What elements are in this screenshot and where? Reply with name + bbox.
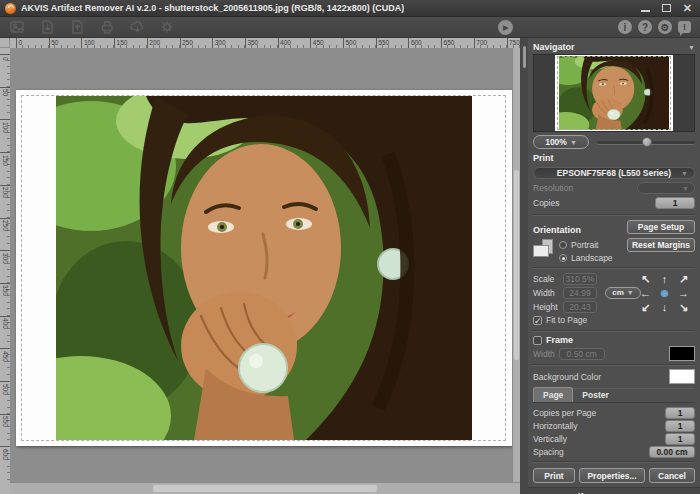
- chevron-down-icon: ▼: [627, 289, 634, 296]
- page-setting-row: Copies per Page 1: [533, 406, 695, 419]
- ruler-label: 750: [507, 38, 520, 48]
- panel-splitter[interactable]: [520, 38, 528, 494]
- landscape-radio[interactable]: Landscape: [559, 253, 613, 263]
- cancel-button[interactable]: Cancel: [649, 468, 695, 483]
- run-icon[interactable]: ▶: [498, 20, 513, 35]
- ruler-label: 700: [474, 38, 487, 48]
- frame-width-row: Width 0.50 cm: [533, 346, 695, 361]
- zoom-level-dropdown[interactable]: 100% ▼: [533, 135, 589, 149]
- vertical-scrollbar[interactable]: [512, 48, 520, 482]
- horizontal-scrollbar[interactable]: [10, 482, 520, 494]
- background-color-swatch[interactable]: [669, 369, 695, 384]
- frame-label: Frame: [546, 335, 573, 345]
- scale-input[interactable]: 310.5%: [563, 273, 597, 285]
- settings-panel: Navigator ▼ 100% ▼ Print EPSONF75F68 (: [528, 38, 700, 494]
- navigator-menu-icon[interactable]: ▼: [688, 44, 695, 51]
- properties-button[interactable]: Properties...: [579, 468, 645, 483]
- save-icon[interactable]: [39, 19, 55, 35]
- maximize-icon[interactable]: [662, 4, 671, 12]
- page-setting-input[interactable]: 0.00 cm: [649, 446, 695, 458]
- ruler-label: 500: [343, 38, 356, 48]
- close-icon[interactable]: ✕: [683, 3, 692, 13]
- portrait-radio[interactable]: Portrait: [559, 240, 613, 250]
- height-input[interactable]: 20.43: [563, 301, 597, 313]
- position-arrow-button[interactable]: ↑: [655, 272, 674, 286]
- resolution-select[interactable]: ▼: [637, 182, 695, 194]
- reset-margins-button[interactable]: Reset Margins: [627, 238, 695, 252]
- position-arrow-button[interactable]: →: [674, 286, 693, 300]
- width-input[interactable]: 24.99: [563, 287, 597, 299]
- minimize-icon[interactable]: [641, 10, 650, 12]
- zoom-slider-handle[interactable]: [642, 137, 652, 147]
- zoom-value: 100%: [545, 137, 567, 147]
- zoom-slider[interactable]: [597, 135, 695, 149]
- ruler-label: 150: [0, 152, 10, 165]
- chevron-down-icon: ▼: [570, 139, 577, 146]
- fit-to-page-label: Fit to Page: [546, 315, 587, 325]
- open-image-icon[interactable]: [9, 19, 25, 35]
- position-arrow-button[interactable]: ←: [636, 286, 655, 300]
- copies-row: Copies 1: [533, 197, 695, 209]
- divider: [533, 267, 695, 269]
- page-setting-row: Vertically 1: [533, 432, 695, 445]
- ruler-label: 100: [81, 38, 94, 48]
- ruler-label: 400: [278, 38, 291, 48]
- tab-page[interactable]: Page: [533, 387, 573, 402]
- window-controls: ✕: [641, 3, 695, 13]
- page-setting-input[interactable]: 1: [665, 407, 695, 419]
- frame-checkbox[interactable]: [533, 336, 542, 345]
- vertical-ruler: 050100150200250300350400450500550600: [0, 48, 10, 482]
- frame-width-input[interactable]: 0.50 cm: [559, 348, 605, 360]
- frame-color-swatch[interactable]: [669, 346, 695, 361]
- navigator-header: Navigator ▼: [533, 42, 695, 52]
- navigator-margin-guides: [557, 56, 671, 130]
- tab-poster[interactable]: Poster: [573, 388, 617, 402]
- chevron-down-icon: ▼: [681, 170, 688, 177]
- divider: [533, 364, 695, 366]
- navigator-title: Navigator: [533, 42, 575, 52]
- help-icon[interactable]: ?: [638, 20, 652, 34]
- ruler-label: 550: [376, 38, 389, 48]
- background-color-row: Background Color: [533, 369, 695, 384]
- printer-select[interactable]: EPSONF75F68 (L550 Series) ▼: [533, 167, 695, 179]
- position-arrow-button[interactable]: ↓: [655, 300, 674, 314]
- navigator-thumbnail[interactable]: [555, 55, 673, 131]
- position-arrow-button[interactable]: ↗: [674, 272, 693, 286]
- window-title: AKVIS Artifact Remover AI v.2.0 - shutte…: [21, 3, 404, 13]
- position-arrow-button[interactable]: ↖: [636, 272, 655, 286]
- export-icon[interactable]: [69, 19, 85, 35]
- feedback-icon[interactable]: !: [678, 21, 691, 33]
- ruler-label: 50: [0, 87, 10, 97]
- frame-width-label: Width: [533, 349, 555, 359]
- page-setting-input[interactable]: 1: [665, 433, 695, 445]
- page-setting-row: Spacing 0.00 cm: [533, 445, 695, 458]
- copies-input[interactable]: 1: [655, 197, 695, 209]
- page-setting-input[interactable]: 1: [665, 420, 695, 432]
- print-button[interactable]: Print: [533, 468, 575, 483]
- page-setup-button[interactable]: Page Setup: [627, 220, 695, 234]
- ruler-label: 600: [0, 446, 10, 459]
- landscape-label: Landscape: [571, 253, 613, 263]
- ruler-label: 150: [114, 38, 127, 48]
- check-icon: ✓: [534, 316, 542, 326]
- fit-to-page-checkbox[interactable]: ✓: [533, 316, 542, 325]
- cloud-download-icon[interactable]: [129, 19, 145, 35]
- ruler-corner: [0, 38, 10, 48]
- orientation-section: Orientation Portrait Landscape: [533, 219, 695, 263]
- photo-preview: [56, 96, 472, 440]
- batch-processing-icon[interactable]: [159, 19, 175, 35]
- print-icon[interactable]: [99, 19, 115, 35]
- preferences-gear-icon[interactable]: ⚙: [658, 20, 672, 34]
- orientation-icon: [533, 239, 555, 259]
- position-arrow-button[interactable]: ↙: [636, 300, 655, 314]
- horizontal-ruler: 0501001502002503003504004505005506006507…: [10, 38, 520, 48]
- ruler-label: 650: [441, 38, 454, 48]
- ruler-label: 450: [0, 348, 10, 361]
- position-arrow-button[interactable]: ↘: [674, 300, 693, 314]
- background-color-label: Background Color: [533, 372, 601, 382]
- height-label: Height: [533, 302, 563, 312]
- info-icon[interactable]: i: [618, 20, 632, 34]
- resolution-label: Resolution: [533, 183, 573, 193]
- position-arrow-button[interactable]: ◉: [655, 286, 674, 300]
- page-setting-row: Horizontally 1: [533, 419, 695, 432]
